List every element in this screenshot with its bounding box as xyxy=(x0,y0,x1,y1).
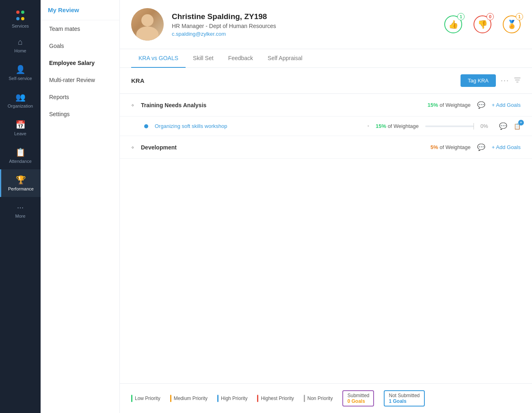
more-options-button[interactable]: ··· xyxy=(501,76,509,85)
high-priority-bar xyxy=(217,395,218,402)
non-priority-label: Non Priority xyxy=(307,396,333,401)
main-content: Christine Spalding, ZY198 HR Manager - D… xyxy=(120,0,532,413)
nav-leave[interactable]: 📅 Leave xyxy=(0,114,41,142)
legend-medium-priority: Medium Priority xyxy=(170,395,208,402)
goal-row-softskills: Organizing soft skills workshop • 15% of… xyxy=(120,117,532,136)
kra-actions: Tag KRA ··· xyxy=(461,74,521,87)
legend-high-priority: High Priority xyxy=(217,395,247,402)
kra-section: KRA Tag KRA ··· ⋄ Training Needs Analysi… xyxy=(120,68,532,383)
legend-footer: Low Priority Medium Priority High Priori… xyxy=(120,383,532,413)
legend-submitted-box: Submitted 0 Goals xyxy=(342,390,374,407)
plus-badge: + xyxy=(518,120,524,125)
goal-separator: • xyxy=(368,123,369,129)
attendance-icon: 📋 xyxy=(15,147,26,157)
comment-icon-development[interactable]: 💬 xyxy=(477,143,485,151)
thumbs-down-icon: 👎 0 xyxy=(474,15,491,33)
more-label: More xyxy=(15,214,25,218)
badge-award: 🏅 1 xyxy=(503,15,521,33)
goal-actions: 📋 + xyxy=(514,123,521,130)
more-icon: ··· xyxy=(17,203,24,212)
award-icon: 🏅 1 xyxy=(503,15,521,33)
not-submitted-count: 1 Goals xyxy=(389,398,406,404)
sidebar-item-goals[interactable]: Goals xyxy=(41,37,119,54)
leave-icon: 📅 xyxy=(15,120,26,130)
legend-non-priority: Non Priority xyxy=(304,395,333,402)
highest-priority-bar xyxy=(257,395,258,402)
sidebar-item-multirater[interactable]: Multi-rater Review xyxy=(41,71,119,89)
add-goals-development[interactable]: + Add Goals xyxy=(492,144,521,150)
kra-name-training: Training Needs Analysis xyxy=(141,102,421,108)
non-priority-bar xyxy=(304,395,305,402)
kra-weightage-development: 5% of Weightage xyxy=(430,144,471,150)
goal-dot xyxy=(144,124,148,128)
progress-bar xyxy=(425,125,474,127)
services-label: Services xyxy=(12,24,29,28)
kra-title: KRA xyxy=(131,77,145,84)
kra-toolbar: KRA Tag KRA ··· xyxy=(120,68,532,94)
tab-skillset[interactable]: Skill Set xyxy=(186,49,221,68)
kra-row-training: ⋄ Training Needs Analysis 15% of Weighta… xyxy=(120,94,532,117)
nav-services[interactable]: Services xyxy=(0,4,41,32)
legend-highest-priority: Highest Priority xyxy=(257,395,294,402)
goal-weightage-softskills: 15% of Weightage xyxy=(376,123,419,129)
tab-feedback[interactable]: Feedback xyxy=(221,49,260,68)
submitted-label: Submitted xyxy=(347,393,369,398)
side-menu: My Review Team mates Goals Employee Sala… xyxy=(41,0,120,413)
nav-selfservice[interactable]: 👤 Self-service xyxy=(0,59,41,86)
sidebar-item-reports[interactable]: Reports xyxy=(41,89,119,106)
medium-priority-bar xyxy=(170,395,171,402)
avatar xyxy=(131,8,164,41)
nav-attendance[interactable]: 📋 Attendance xyxy=(0,142,41,169)
profile-header: Christine Spalding, ZY198 HR Manager - D… xyxy=(120,0,532,49)
not-submitted-label: Not Submitted xyxy=(389,393,420,398)
leave-label: Leave xyxy=(14,131,26,136)
nav-performance[interactable]: 🏆 Performance xyxy=(0,169,41,197)
tabs-bar: KRA vs GOALS Skill Set Feedback Self App… xyxy=(120,49,532,68)
attendance-label: Attendance xyxy=(9,159,32,164)
goal-name-softskills[interactable]: Organizing soft skills workshop xyxy=(155,123,361,129)
selfservice-label: Self-service xyxy=(9,76,32,81)
nav-organization[interactable]: 👥 Organization xyxy=(0,86,41,114)
organization-label: Organization xyxy=(8,104,33,108)
profile-info: Christine Spalding, ZY198 HR Manager - D… xyxy=(172,12,436,37)
low-priority-bar xyxy=(131,395,132,402)
kra-name-development: Development xyxy=(141,144,424,151)
sidebar-item-settings[interactable]: Settings xyxy=(41,106,119,123)
legend-not-submitted-box: Not Submitted 1 Goals xyxy=(384,390,424,407)
low-priority-label: Low Priority xyxy=(135,396,160,401)
home-label: Home xyxy=(14,48,26,53)
tab-kra-goals[interactable]: KRA vs GOALS xyxy=(131,49,186,68)
performance-icon: 🏆 xyxy=(16,175,26,185)
kra-row-development: ⋄ Development 5% of Weightage 💬 + Add Go… xyxy=(120,136,532,159)
performance-label: Performance xyxy=(8,186,34,191)
profile-badges: 👍 1 👎 0 🏅 1 xyxy=(444,15,521,33)
submitted-count: 0 Goals xyxy=(347,398,365,404)
expand-icon-development[interactable]: ⋄ xyxy=(131,145,134,150)
comment-icon-training[interactable]: 💬 xyxy=(477,101,485,109)
sidebar-item-employee-salary[interactable]: Employee Salary xyxy=(41,54,119,71)
add-goals-training[interactable]: + Add Goals xyxy=(492,102,521,108)
badge-thumbs-down: 👎 0 xyxy=(474,15,491,33)
copy-icon[interactable]: 📋 + xyxy=(514,123,521,130)
profile-role: HR Manager - Dept of Human Resources xyxy=(172,23,436,29)
selfservice-icon: 👤 xyxy=(15,65,26,74)
side-menu-header: My Review xyxy=(41,0,119,20)
tab-selfappraisal[interactable]: Self Appraisal xyxy=(260,49,310,68)
filter-button[interactable] xyxy=(514,77,521,85)
profile-name: Christine Spalding, ZY198 xyxy=(172,12,436,21)
highest-priority-label: Highest Priority xyxy=(261,396,294,401)
goal-percent: 0% xyxy=(480,123,493,129)
icon-nav: Services ⌂ Home 👤 Self-service 👥 Organiz… xyxy=(0,0,41,413)
kra-weightage-training: 15% of Weightage xyxy=(428,102,471,108)
home-icon: ⌂ xyxy=(18,37,23,47)
nav-home[interactable]: ⌂ Home xyxy=(0,32,41,59)
thumbs-up-icon: 👍 1 xyxy=(444,15,462,33)
legend-low-priority: Low Priority xyxy=(131,395,160,402)
comment-icon-softskills[interactable]: 💬 xyxy=(499,122,507,130)
sidebar-item-teammates[interactable]: Team mates xyxy=(41,20,119,37)
profile-email[interactable]: c.spalding@zylker.com xyxy=(172,31,436,37)
expand-icon-training[interactable]: ⋄ xyxy=(131,102,134,108)
high-priority-label: High Priority xyxy=(221,396,247,401)
tag-kra-button[interactable]: Tag KRA xyxy=(461,74,496,87)
nav-more[interactable]: ··· More xyxy=(0,197,41,224)
